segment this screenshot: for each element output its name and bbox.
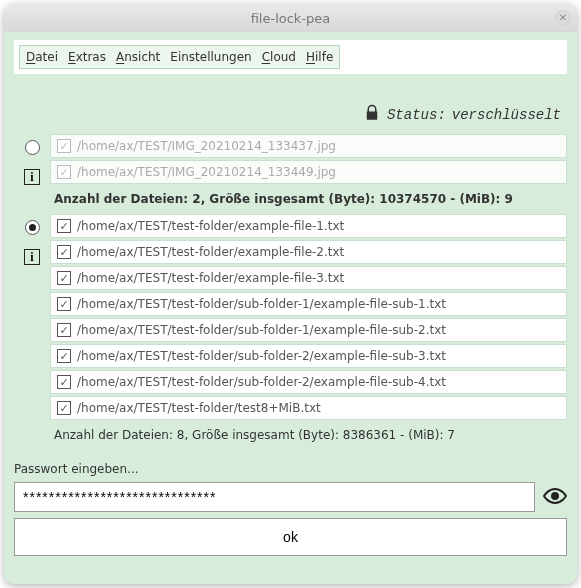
file-checkbox[interactable] xyxy=(57,139,71,153)
file-row: /home/ax/TEST/test-folder/example-file-1… xyxy=(50,214,567,238)
file-row: /home/ax/TEST/test-folder/test8+MiB.txt xyxy=(50,396,567,420)
file-checkbox[interactable] xyxy=(57,401,71,415)
window: file-lock-pea ✕ Datei Extras Ansicht Ein… xyxy=(4,4,577,584)
file-checkbox[interactable] xyxy=(57,271,71,285)
menubar: Datei Extras Ansicht Einstellungen Cloud… xyxy=(19,45,340,69)
menu-einstellungen[interactable]: Einstellungen xyxy=(170,50,251,64)
group-controls: i xyxy=(14,134,50,214)
file-path: /home/ax/TEST/test-folder/sub-folder-1/e… xyxy=(77,297,446,311)
file-row: /home/ax/TEST/IMG_20210214_133437.jpg xyxy=(50,134,567,158)
window-title: file-lock-pea xyxy=(251,11,331,26)
file-path: /home/ax/TEST/test-folder/example-file-2… xyxy=(77,245,344,259)
file-checkbox[interactable] xyxy=(57,349,71,363)
menubar-container: Datei Extras Ansicht Einstellungen Cloud… xyxy=(14,40,567,74)
menu-ansicht[interactable]: Ansicht xyxy=(116,50,160,64)
status-label: Status: xyxy=(387,107,446,123)
file-path: /home/ax/TEST/test-folder/example-file-1… xyxy=(77,219,344,233)
file-path: /home/ax/TEST/test-folder/sub-folder-2/e… xyxy=(77,375,446,389)
file-row: /home/ax/TEST/test-folder/example-file-2… xyxy=(50,240,567,264)
file-row: /home/ax/TEST/test-folder/sub-folder-1/e… xyxy=(50,292,567,316)
file-group: i/home/ax/TEST/IMG_20210214_133437.jpg/h… xyxy=(14,134,567,214)
lock-icon xyxy=(363,104,381,126)
file-path: /home/ax/TEST/test-folder/example-file-3… xyxy=(77,271,344,285)
password-input[interactable] xyxy=(14,482,535,512)
menu-cloud[interactable]: Cloud xyxy=(262,50,296,64)
file-checkbox[interactable] xyxy=(57,245,71,259)
file-row: /home/ax/TEST/test-folder/example-file-3… xyxy=(50,266,567,290)
file-row: /home/ax/TEST/test-folder/sub-folder-1/e… xyxy=(50,318,567,342)
titlebar: file-lock-pea ✕ xyxy=(4,4,577,32)
file-groups: i/home/ax/TEST/IMG_20210214_133437.jpg/h… xyxy=(14,134,567,450)
window-body: Datei Extras Ansicht Einstellungen Cloud… xyxy=(4,32,577,584)
file-checkbox[interactable] xyxy=(57,375,71,389)
file-checkbox[interactable] xyxy=(57,165,71,179)
file-row: /home/ax/TEST/test-folder/sub-folder-2/e… xyxy=(50,370,567,394)
group-files: /home/ax/TEST/test-folder/example-file-1… xyxy=(50,214,567,450)
group-summary: Anzahl der Dateien: 2, Größe insgesamt (… xyxy=(50,186,567,214)
eye-icon[interactable] xyxy=(543,484,567,511)
file-checkbox[interactable] xyxy=(57,297,71,311)
menu-hilfe[interactable]: Hilfe xyxy=(306,50,333,64)
status-row: Status: verschlüsselt xyxy=(14,80,567,128)
menu-extras[interactable]: Extras xyxy=(68,50,106,64)
group-radio[interactable] xyxy=(25,220,40,235)
group-files: /home/ax/TEST/IMG_20210214_133437.jpg/ho… xyxy=(50,134,567,214)
svg-point-0 xyxy=(552,493,558,499)
file-row: /home/ax/TEST/IMG_20210214_133449.jpg xyxy=(50,160,567,184)
file-row: /home/ax/TEST/test-folder/sub-folder-2/e… xyxy=(50,344,567,368)
info-icon[interactable]: i xyxy=(24,169,40,185)
ok-button[interactable]: ok xyxy=(14,518,567,556)
group-radio[interactable] xyxy=(25,140,40,155)
file-path: /home/ax/TEST/test-folder/test8+MiB.txt xyxy=(77,401,321,415)
group-summary: Anzahl der Dateien: 8, Größe insgesamt (… xyxy=(50,422,567,450)
file-checkbox[interactable] xyxy=(57,219,71,233)
password-label: Passwort eingeben... xyxy=(14,456,567,476)
menu-datei[interactable]: Datei xyxy=(26,50,58,64)
password-row xyxy=(14,482,567,512)
info-icon[interactable]: i xyxy=(24,249,40,265)
file-path: /home/ax/TEST/test-folder/sub-folder-1/e… xyxy=(77,323,446,337)
file-path: /home/ax/TEST/test-folder/sub-folder-2/e… xyxy=(77,349,446,363)
file-checkbox[interactable] xyxy=(57,323,71,337)
status-value: verschlüsselt xyxy=(452,107,561,123)
file-path: /home/ax/TEST/IMG_20210214_133449.jpg xyxy=(77,165,336,179)
file-group: i/home/ax/TEST/test-folder/example-file-… xyxy=(14,214,567,450)
close-icon[interactable]: ✕ xyxy=(555,10,571,26)
file-path: /home/ax/TEST/IMG_20210214_133437.jpg xyxy=(77,139,336,153)
group-controls: i xyxy=(14,214,50,450)
